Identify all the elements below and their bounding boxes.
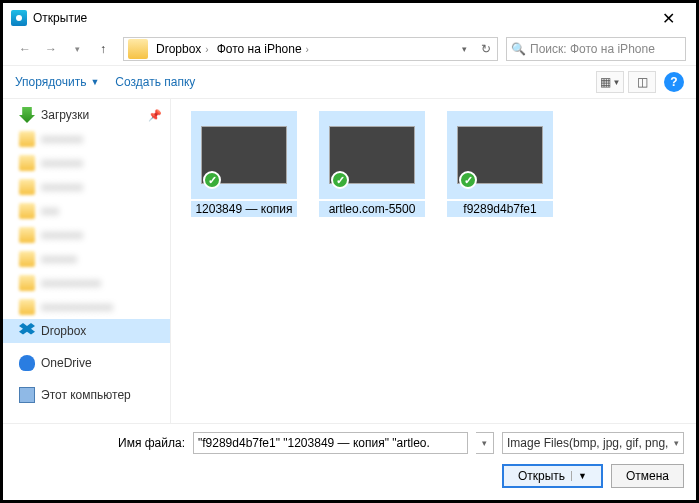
view-menu[interactable]: ▦▼ [596, 71, 624, 93]
refresh-icon[interactable]: ↻ [475, 42, 497, 56]
file-name: artleo.com-5500 [319, 201, 425, 217]
tree-item[interactable]: xxxxxx [3, 247, 170, 271]
preview-pane-button[interactable]: ◫ [628, 71, 656, 93]
pin-icon: 📌 [148, 109, 162, 122]
chevron-right-icon: › [205, 44, 208, 55]
folder-icon [19, 227, 35, 243]
folder-icon [19, 203, 35, 219]
chevron-right-icon: › [306, 44, 309, 55]
tree-onedrive[interactable]: OneDrive [3, 351, 170, 375]
footer: Имя файла: ▾ Image Files(bmp, jpg, gif, … [3, 423, 696, 500]
folder-icon [19, 299, 35, 315]
app-icon [11, 10, 27, 26]
address-bar[interactable]: Dropbox› Фото на iPhone› ▾ ↻ [123, 37, 498, 61]
recent-dropdown[interactable]: ▾ [65, 37, 89, 61]
breadcrumb: Dropbox› [152, 38, 213, 60]
folder-icon [19, 179, 35, 195]
file-list[interactable]: ✓ 1203849 — копия ✓ artleo.com-5500 ✓ f9… [171, 99, 696, 423]
synced-badge-icon: ✓ [331, 171, 349, 189]
search-input[interactable]: 🔍 Поиск: Фото на iPhone [506, 37, 686, 61]
forward-button: → [39, 37, 63, 61]
search-icon: 🔍 [511, 42, 526, 56]
file-thumbnail[interactable]: ✓ f9289d4b7fe1 [447, 111, 553, 217]
file-thumbnail[interactable]: ✓ 1203849 — копия [191, 111, 297, 217]
download-icon [19, 107, 35, 123]
split-dropdown-icon[interactable]: ▼ [571, 471, 587, 481]
tree-item[interactable]: xxxxxxx [3, 127, 170, 151]
file-name: f9289d4b7fe1 [447, 201, 553, 217]
pc-icon [19, 387, 35, 403]
tree-item[interactable]: xxxxxxx [3, 175, 170, 199]
help-icon[interactable]: ? [664, 72, 684, 92]
titlebar: Открытие ✕ [3, 3, 696, 33]
tree-item[interactable]: xxxxxxxxxx [3, 271, 170, 295]
nav-tree: Загрузки📌 xxxxxxx xxxxxxx xxxxxxx xxx xx… [3, 99, 171, 423]
synced-badge-icon: ✓ [459, 171, 477, 189]
folder-icon [128, 39, 148, 59]
filename-label: Имя файла: [15, 436, 185, 450]
filename-dropdown[interactable]: ▾ [476, 432, 494, 454]
open-button[interactable]: Открыть▼ [502, 464, 603, 488]
back-button[interactable]: ← [13, 37, 37, 61]
dropbox-icon [19, 323, 35, 339]
folder-icon [19, 275, 35, 291]
tree-downloads[interactable]: Загрузки📌 [3, 103, 170, 127]
breadcrumb: Фото на iPhone› [213, 38, 313, 60]
chevron-down-icon: ▼ [90, 77, 99, 87]
nav-row: ← → ▾ ↑ Dropbox› Фото на iPhone› ▾ ↻ 🔍 П… [3, 33, 696, 65]
tree-item[interactable]: xxxxxxxxxxxx [3, 295, 170, 319]
folder-icon [19, 251, 35, 267]
filename-input[interactable] [193, 432, 468, 454]
file-name: 1203849 — копия [191, 201, 297, 217]
tree-item[interactable]: xxx [3, 199, 170, 223]
toolbar: Упорядочить▼ Создать папку ▦▼ ◫ ? [3, 65, 696, 99]
filetype-filter[interactable]: Image Files(bmp, jpg, gif, png,▾ [502, 432, 684, 454]
address-dropdown[interactable]: ▾ [453, 44, 475, 54]
new-folder-button[interactable]: Создать папку [115, 75, 195, 89]
chevron-down-icon: ▾ [674, 438, 679, 448]
folder-icon [19, 155, 35, 171]
folder-icon [19, 131, 35, 147]
onedrive-icon [19, 355, 35, 371]
tree-item[interactable]: xxxxxxx [3, 151, 170, 175]
up-button[interactable]: ↑ [91, 37, 115, 61]
window-title: Открытие [33, 11, 648, 25]
synced-badge-icon: ✓ [203, 171, 221, 189]
close-icon[interactable]: ✕ [648, 9, 688, 28]
organize-menu[interactable]: Упорядочить▼ [15, 75, 99, 89]
tree-thispc[interactable]: Этот компьютер [3, 383, 170, 407]
tree-dropbox[interactable]: Dropbox [3, 319, 170, 343]
tree-item[interactable]: xxxxxxx [3, 223, 170, 247]
cancel-button[interactable]: Отмена [611, 464, 684, 488]
file-thumbnail[interactable]: ✓ artleo.com-5500 [319, 111, 425, 217]
